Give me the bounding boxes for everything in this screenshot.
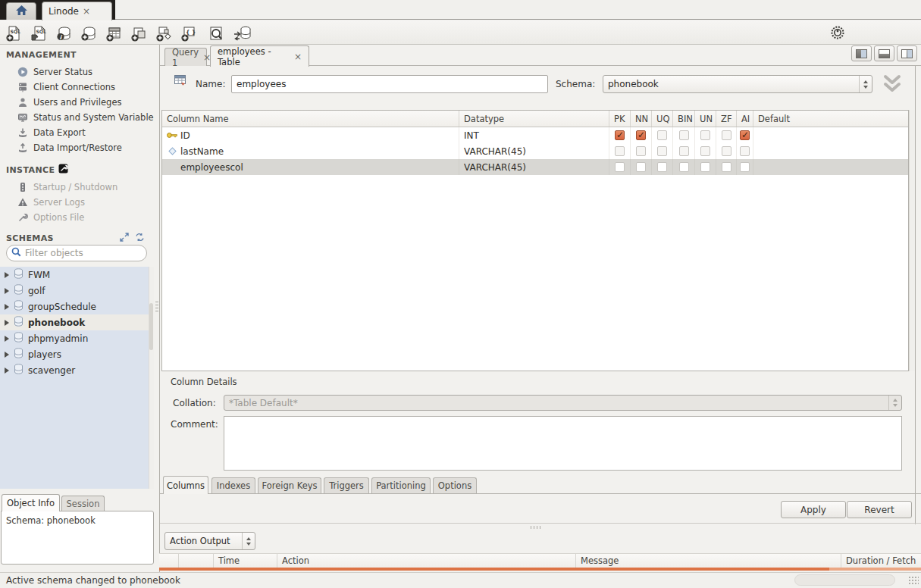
new-sql-tab-icon[interactable]: SQL — [4, 23, 23, 42]
checkbox-uq[interactable] — [657, 146, 667, 156]
connection-tab-linode[interactable]: Linode × — [42, 2, 112, 20]
checkbox-un[interactable] — [700, 130, 710, 140]
chevron-double-down-icon[interactable] — [882, 74, 903, 96]
sidebar-item-data-import[interactable]: Data Import/Restore — [0, 140, 154, 155]
expand-arrow-icon[interactable] — [5, 304, 9, 310]
header-duration-fetch[interactable]: Duration / Fetch — [841, 554, 921, 568]
schema-row-scavenger[interactable]: scavenger — [0, 362, 149, 378]
expand-arrow-icon[interactable] — [5, 320, 9, 326]
tab-query-1[interactable]: Query 1 × — [164, 48, 207, 66]
scrollbar-thumb[interactable] — [149, 303, 153, 350]
checkbox-pk[interactable] — [615, 130, 625, 140]
sidebar-item-client-connections[interactable]: Client Connections — [0, 80, 154, 95]
subtab-partitioning[interactable]: Partitioning — [371, 477, 431, 493]
comment-textarea[interactable] — [224, 416, 902, 471]
header-time[interactable]: Time — [214, 554, 277, 568]
close-icon[interactable]: × — [294, 52, 302, 61]
checkbox-ai[interactable] — [740, 130, 750, 140]
revert-button[interactable]: Revert — [847, 501, 912, 518]
close-icon[interactable]: × — [83, 7, 90, 16]
reconnect-dbms-icon[interactable] — [233, 23, 252, 42]
toggle-sidebar-panel-button[interactable] — [851, 45, 872, 61]
sidebar-item-startup-shutdown[interactable]: Startup / Shutdown — [0, 180, 154, 195]
sidebar-item-users-privileges[interactable]: Users and Privileges — [0, 95, 154, 110]
header-uq[interactable]: UQ — [652, 111, 673, 127]
schema-filter[interactable] — [6, 245, 147, 261]
apply-button[interactable]: Apply — [781, 501, 846, 518]
column-row-id[interactable]: ID INT — [162, 127, 908, 143]
expand-arrow-icon[interactable] — [5, 368, 9, 374]
header-action[interactable]: Action — [277, 554, 576, 568]
expand-arrow-icon[interactable] — [5, 272, 9, 278]
tab-session[interactable]: Session — [61, 496, 105, 511]
checkbox-ai[interactable] — [740, 146, 750, 156]
subtab-columns[interactable]: Columns — [163, 476, 208, 494]
schema-tree-scrollbar[interactable] — [149, 267, 154, 489]
expand-schemas-icon[interactable] — [120, 233, 129, 244]
checkbox-nn[interactable] — [636, 146, 646, 156]
column-row-lastname[interactable]: lastName VARCHAR(45) — [162, 143, 908, 159]
checkbox-zf[interactable] — [722, 130, 731, 140]
create-procedure-icon[interactable] — [154, 23, 174, 42]
tab-object-info[interactable]: Object Info — [2, 494, 60, 511]
header-nn[interactable]: NN — [631, 111, 652, 127]
sidebar-item-server-logs[interactable]: Server Logs — [0, 195, 154, 210]
search-table-data-icon[interactable] — [206, 23, 226, 42]
tab-employees-table[interactable]: employees - Table × — [210, 45, 309, 67]
expand-arrow-icon[interactable] — [5, 336, 9, 342]
checkbox-bin[interactable] — [679, 162, 689, 172]
home-tab[interactable] — [6, 2, 36, 20]
create-schema-icon[interactable] — [79, 23, 99, 42]
header-default[interactable]: Default — [753, 111, 908, 127]
toggle-secondary-panel-button[interactable] — [897, 45, 917, 61]
open-sql-script-icon[interactable]: SQL — [29, 23, 49, 42]
header-ai[interactable]: AI — [737, 111, 753, 127]
stepper-icon[interactable] — [242, 533, 255, 549]
checkbox-uq[interactable] — [657, 162, 667, 172]
horizontal-splitter-grip[interactable] — [531, 526, 543, 529]
create-function-icon[interactable]: { } — [179, 23, 199, 42]
checkbox-pk[interactable] — [615, 162, 625, 172]
column-default[interactable] — [753, 143, 908, 159]
stepper-icon[interactable] — [859, 76, 872, 92]
checkbox-zf[interactable] — [722, 146, 731, 156]
sidebar-item-server-status[interactable]: Server Status — [0, 64, 154, 80]
header-datatype[interactable]: Datatype — [459, 111, 609, 127]
checkbox-nn[interactable] — [636, 130, 646, 140]
column-default[interactable] — [753, 159, 908, 175]
subtab-indexes[interactable]: Indexes — [211, 477, 255, 493]
sidebar-item-options-file[interactable]: Options File — [0, 210, 154, 225]
checkbox-pk[interactable] — [615, 146, 625, 156]
output-selector-combo[interactable]: Action Output — [164, 532, 255, 550]
schema-row-phonebook[interactable]: phonebook — [0, 314, 149, 330]
checkbox-uq[interactable] — [657, 130, 667, 140]
schema-row-groupschedule[interactable]: groupSchedule — [0, 299, 149, 314]
subtab-triggers[interactable]: Triggers — [324, 477, 369, 493]
schema-row-fwm[interactable]: FWM — [0, 267, 149, 283]
schema-filter-input[interactable] — [25, 248, 131, 258]
checkbox-zf[interactable] — [722, 162, 731, 172]
header-column-name[interactable]: Column Name — [162, 111, 459, 127]
header-bin[interactable]: BIN — [673, 111, 695, 127]
subtab-options[interactable]: Options — [433, 477, 477, 493]
checkbox-bin[interactable] — [679, 130, 689, 140]
checkbox-un[interactable] — [700, 146, 710, 156]
create-view-icon[interactable] — [129, 23, 149, 42]
checkbox-nn[interactable] — [636, 162, 646, 172]
sidebar-item-status-system-variables[interactable]: Status and System Variables — [0, 110, 154, 125]
refresh-schemas-icon[interactable] — [135, 233, 145, 244]
sidebar-item-data-export[interactable]: Data Export — [0, 125, 154, 140]
header-un[interactable]: UN — [695, 111, 716, 127]
checkbox-un[interactable] — [700, 162, 710, 172]
table-name-input[interactable] — [231, 75, 548, 93]
checkbox-ai[interactable] — [740, 162, 750, 172]
header-pk[interactable]: PK — [609, 111, 631, 127]
schema-combo[interactable]: phonebook — [603, 75, 872, 93]
schema-inspector-icon[interactable]: i — [54, 23, 74, 42]
checkbox-bin[interactable] — [679, 146, 689, 156]
subtab-foreign-keys[interactable]: Foreign Keys — [258, 477, 321, 493]
grid-scrollbar[interactable] — [909, 110, 915, 371]
column-default[interactable] — [753, 127, 908, 143]
schema-row-phpmyadmin[interactable]: phpmyadmin — [0, 330, 149, 346]
header-zf[interactable]: ZF — [716, 111, 737, 127]
